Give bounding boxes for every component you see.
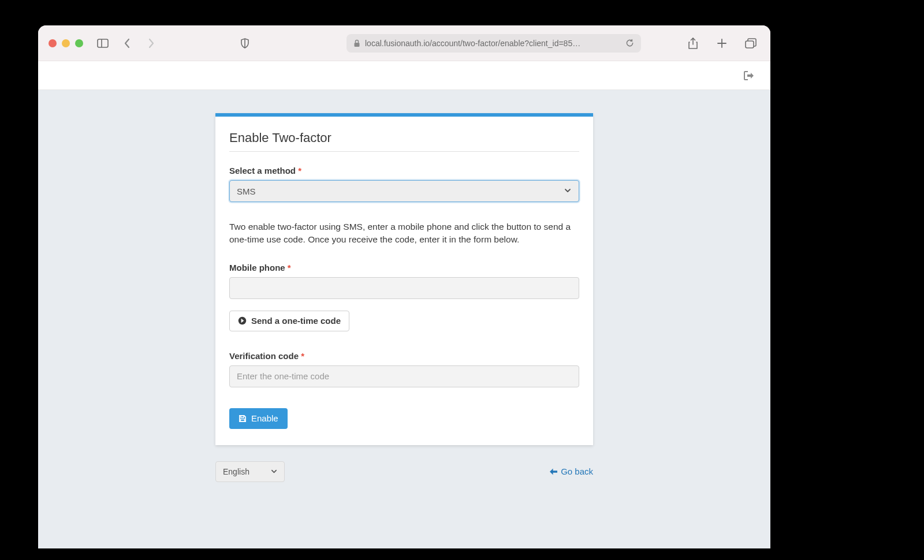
reload-icon xyxy=(625,39,634,47)
logout-button[interactable] xyxy=(744,71,754,80)
method-field: Select a method * SMS xyxy=(229,166,579,202)
traffic-lights xyxy=(49,39,83,47)
save-icon xyxy=(239,415,247,423)
share-icon xyxy=(688,38,698,49)
share-button[interactable] xyxy=(684,34,702,53)
new-tab-button[interactable] xyxy=(713,34,731,53)
svg-rect-5 xyxy=(746,41,754,48)
arrow-circle-right-icon xyxy=(238,316,247,325)
below-card-row: English Go back xyxy=(215,461,593,482)
app-header xyxy=(38,61,770,90)
sidebar-toggle-button[interactable] xyxy=(94,34,112,53)
chevron-down-icon xyxy=(271,468,277,475)
method-select[interactable]: SMS xyxy=(229,180,579,202)
plus-icon xyxy=(717,38,727,48)
arrow-left-icon xyxy=(550,468,557,475)
verification-label: Verification code * xyxy=(229,351,579,361)
lock-icon xyxy=(353,39,360,47)
chevron-right-icon xyxy=(148,38,155,48)
reload-button[interactable] xyxy=(625,39,634,47)
required-asterisk: * xyxy=(301,351,304,361)
send-code-button[interactable]: Send a one-time code xyxy=(229,311,349,331)
method-label: Select a method * xyxy=(229,166,579,176)
instructions-text: Two enable two-factor using SMS, enter a… xyxy=(229,221,579,247)
two-factor-card: Enable Two-factor Select a method * SMS xyxy=(215,113,593,445)
go-back-link[interactable]: Go back xyxy=(550,466,593,476)
required-asterisk: * xyxy=(298,166,301,176)
back-button[interactable] xyxy=(118,34,136,53)
tabs-icon xyxy=(745,38,757,48)
browser-chrome: local.fusionauth.io/account/two-factor/e… xyxy=(38,25,770,61)
close-window-button[interactable] xyxy=(49,39,57,47)
enable-button[interactable]: Enable xyxy=(229,408,288,429)
logout-icon xyxy=(744,71,754,80)
privacy-shield-button[interactable] xyxy=(236,34,254,53)
minimize-window-button[interactable] xyxy=(62,39,70,47)
svg-rect-0 xyxy=(98,39,108,47)
maximize-window-button[interactable] xyxy=(75,39,83,47)
go-back-label: Go back xyxy=(561,466,593,476)
language-select[interactable]: English xyxy=(215,461,285,482)
language-selected-value: English xyxy=(223,467,249,476)
browser-window: local.fusionauth.io/account/two-factor/e… xyxy=(38,25,770,548)
svg-rect-2 xyxy=(355,43,360,47)
content-area: Enable Two-factor Select a method * SMS xyxy=(38,90,770,548)
chevron-down-icon xyxy=(564,187,571,194)
enable-button-label: Enable xyxy=(251,413,278,423)
verification-code-input[interactable] xyxy=(229,365,579,387)
sidebar-icon xyxy=(97,39,109,48)
mobile-field: Mobile phone * xyxy=(229,263,579,307)
send-code-label: Send a one-time code xyxy=(251,316,341,326)
mobile-label: Mobile phone * xyxy=(229,263,579,272)
chevron-left-icon xyxy=(124,38,131,48)
required-asterisk: * xyxy=(288,263,291,272)
method-select-wrap: SMS xyxy=(229,180,579,202)
chrome-right-controls xyxy=(684,34,760,53)
address-bar[interactable]: local.fusionauth.io/account/two-factor/e… xyxy=(346,34,641,53)
verification-field: Verification code * xyxy=(229,351,579,395)
mobile-phone-input[interactable] xyxy=(229,277,579,299)
url-text: local.fusionauth.io/account/two-factor/e… xyxy=(365,39,621,48)
method-selected-value: SMS xyxy=(237,186,256,196)
forward-button[interactable] xyxy=(142,34,161,53)
page-title: Enable Two-factor xyxy=(229,130,579,152)
tabs-overview-button[interactable] xyxy=(742,34,760,53)
shield-icon xyxy=(240,38,249,48)
